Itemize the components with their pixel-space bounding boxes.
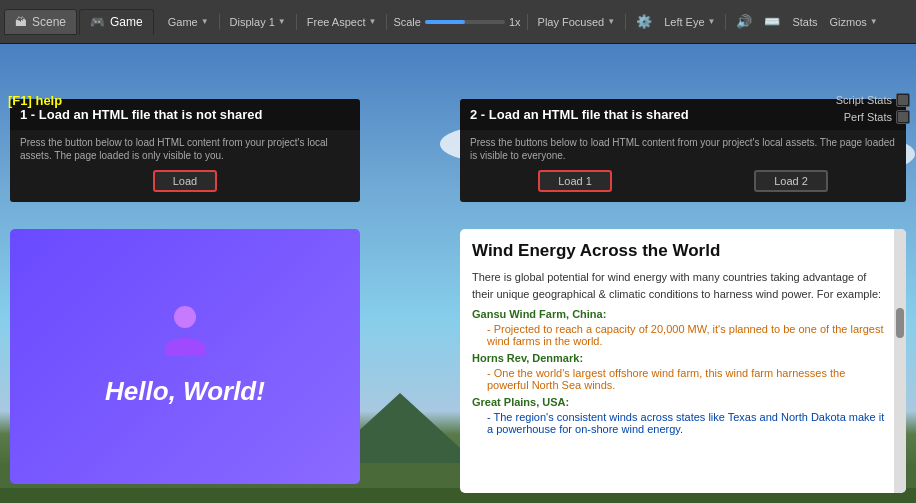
- game-icon: 🎮: [90, 15, 105, 29]
- scroll-track[interactable]: [894, 229, 906, 493]
- separator-5: [625, 14, 626, 30]
- shared-buttons: Load 1 Load 2: [470, 170, 896, 192]
- article-china-detail: - Projected to reach a capacity of 20,00…: [487, 323, 886, 347]
- play-dropdown-arrow: ▼: [607, 17, 615, 26]
- article-section-usa: Great Plains, USA:: [472, 396, 886, 408]
- article-content: Wind Energy Across the World There is gl…: [460, 229, 906, 447]
- help-text: [F1] help: [8, 93, 62, 108]
- tab-scene[interactable]: 🏔 Scene: [4, 9, 77, 35]
- game-viewport: [F1] help Script Stats Perf Stats 1 - Lo…: [0, 44, 916, 503]
- article-panel: Wind Energy Across the World There is gl…: [460, 229, 906, 493]
- article-intro: There is global potential for wind energ…: [472, 269, 886, 302]
- load-shared-2-button[interactable]: Load 2: [754, 170, 828, 192]
- avatar-head: [174, 306, 196, 328]
- load-private-button[interactable]: Load: [153, 170, 217, 192]
- load-shared-1-button[interactable]: Load 1: [538, 170, 612, 192]
- hello-world-panel: Hello, World!: [10, 229, 360, 484]
- game-dropdown-arrow: ▼: [201, 17, 209, 26]
- display-dropdown[interactable]: Display 1 ▼: [226, 15, 290, 29]
- article-section-denmark: Horns Rev, Denmark:: [472, 352, 886, 364]
- article-section-china: Gansu Wind Farm, China:: [472, 308, 886, 320]
- separator-2: [296, 14, 297, 30]
- perf-stats-item: Perf Stats: [836, 110, 910, 124]
- aspect-dropdown[interactable]: Free Aspect ▼: [303, 15, 381, 29]
- volume-icon[interactable]: 🔊: [732, 13, 756, 30]
- panel-shared-body: Press the buttons below to load HTML con…: [460, 130, 906, 202]
- hello-world-text: Hello, World!: [105, 376, 265, 407]
- script-stats-toggle[interactable]: [896, 93, 910, 107]
- play-focused-dropdown[interactable]: Play Focused ▼: [534, 15, 620, 29]
- scene-icon: 🏔: [15, 15, 27, 29]
- gizmos-btn[interactable]: Gizmos ▼: [826, 15, 882, 29]
- article-usa-detail: - The region's consistent winds across s…: [487, 411, 886, 435]
- scale-container: Scale 1x: [393, 16, 520, 28]
- scroll-thumb[interactable]: [896, 308, 904, 338]
- separator-1: [219, 14, 220, 30]
- article-title: Wind Energy Across the World: [472, 241, 886, 261]
- scale-slider[interactable]: [425, 20, 505, 24]
- aspect-dropdown-arrow: ▼: [368, 17, 376, 26]
- panel-private-desc: Press the button below to load HTML cont…: [20, 136, 350, 162]
- gizmos-dropdown-arrow: ▼: [870, 17, 878, 26]
- panel-shared-desc: Press the buttons below to load HTML con…: [470, 136, 896, 162]
- keyboard-icon[interactable]: ⌨️: [760, 13, 784, 30]
- avatar-icon: [160, 306, 210, 356]
- left-eye-dropdown[interactable]: Left Eye ▼: [660, 15, 719, 29]
- settings-icon-btn[interactable]: ⚙️: [632, 13, 656, 30]
- panel-private: 1 - Load an HTML file that is not shared…: [10, 99, 360, 202]
- game-dropdown[interactable]: Game ▼: [164, 15, 213, 29]
- eye-dropdown-arrow: ▼: [708, 17, 716, 26]
- stats-panel: Script Stats Perf Stats: [836, 93, 910, 124]
- perf-stats-toggle[interactable]: [896, 110, 910, 124]
- tab-game[interactable]: 🎮 Game: [79, 9, 154, 35]
- tab-bar: 🏔 Scene 🎮 Game Game ▼ Display 1 ▼ Free A…: [0, 0, 916, 44]
- avatar-body: [165, 338, 205, 356]
- stats-btn[interactable]: Stats: [788, 15, 821, 29]
- panel-private-body: Press the button below to load HTML cont…: [10, 130, 360, 202]
- article-denmark-detail: - One the world's largest offshore wind …: [487, 367, 886, 391]
- script-stats-item: Script Stats: [836, 93, 910, 107]
- separator-6: [725, 14, 726, 30]
- separator-3: [386, 14, 387, 30]
- panel-private-header: 1 - Load an HTML file that is not shared: [10, 99, 360, 130]
- display-dropdown-arrow: ▼: [278, 17, 286, 26]
- separator-4: [527, 14, 528, 30]
